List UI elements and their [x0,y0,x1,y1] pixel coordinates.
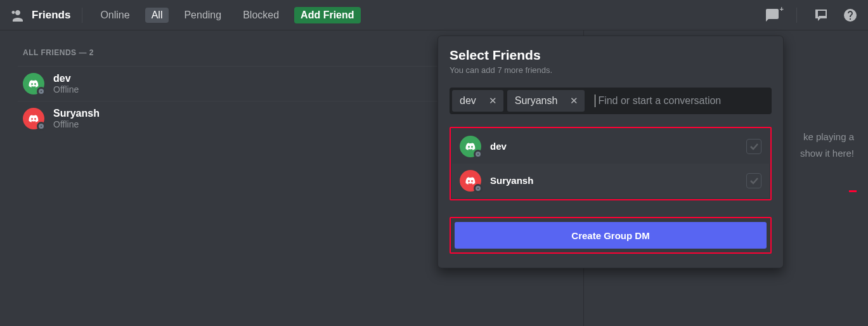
friends-icon [10,8,25,23]
friend-status: Offline [53,119,100,129]
activity-placeholder-text: ke playing a show it here! [800,129,854,161]
option-checkbox[interactable] [746,173,761,188]
friend-chip[interactable]: Suryansh ✕ [507,90,585,112]
divider [82,8,82,23]
tab-all[interactable]: All [145,8,169,23]
header-left: Friends Online All Pending Blocked Add F… [10,7,361,23]
chip-remove-icon[interactable]: ✕ [489,95,497,107]
tab-online[interactable]: Online [94,8,136,23]
friend-options-highlight: dev Suryansh [450,127,772,200]
select-friends-popover: Select Friends You can add 7 more friend… [437,36,784,268]
tab-blocked[interactable]: Blocked [236,8,285,23]
option-name: Suryansh [490,176,533,186]
avatar [460,136,481,157]
header-right: + [765,8,858,23]
popover-subtitle: You can add 7 more friends. [450,65,772,75]
tab-pending[interactable]: Pending [178,8,228,23]
avatar [460,170,481,192]
page-title: Friends [32,9,70,22]
divider [796,8,797,23]
avatar [23,108,44,129]
friend-name: dev [53,73,79,84]
friend-name: Suryansh [53,108,100,119]
annotation-mark [849,190,857,192]
avatar [23,73,44,95]
friend-search-input[interactable]: Find or start a conversation [588,90,769,112]
chip-remove-icon[interactable]: ✕ [570,95,578,107]
help-icon[interactable] [843,8,858,23]
add-friend-button[interactable]: Add Friend [294,7,360,23]
option-checkbox[interactable] [746,139,761,154]
option-name: dev [490,141,507,152]
status-offline-icon [474,150,483,159]
friend-option[interactable]: dev [452,129,769,164]
selected-chips-row: dev ✕ Suryansh ✕ Find or start a convers… [450,88,772,114]
friend-status: Offline [53,84,79,95]
create-group-dm-button[interactable]: Create Group DM [455,222,767,249]
status-offline-icon [474,184,483,193]
header-bar: Friends Online All Pending Blocked Add F… [0,0,868,30]
create-button-highlight: Create Group DM [450,217,772,254]
chip-label: dev [460,95,476,107]
status-offline-icon [37,87,46,96]
friend-chip[interactable]: dev ✕ [452,90,503,112]
status-offline-icon [37,122,46,131]
friend-option[interactable]: Suryansh [452,164,769,198]
chip-label: Suryansh [515,95,558,107]
new-group-dm-icon[interactable]: + [765,8,780,23]
inbox-icon[interactable] [813,8,829,23]
friends-heading: Friends [10,8,70,23]
popover-title: Select Friends [450,48,772,63]
